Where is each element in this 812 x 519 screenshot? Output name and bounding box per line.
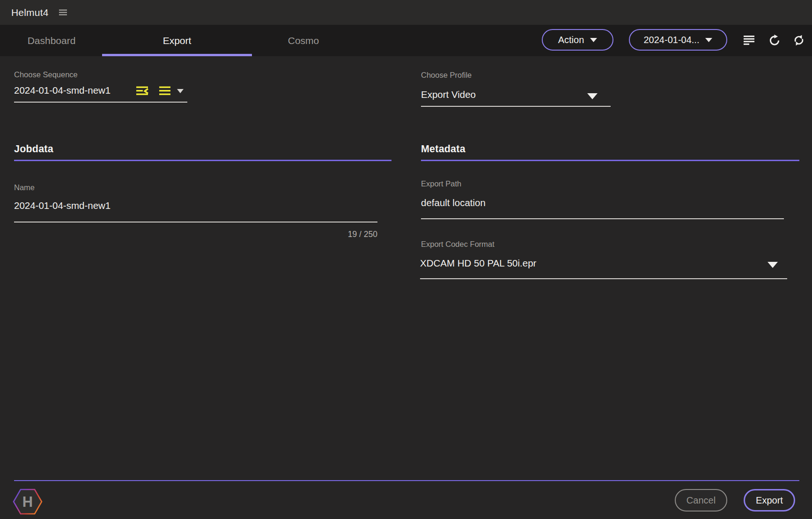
export-path-underline (421, 218, 784, 219)
chevron-down-icon (177, 89, 184, 93)
choose-sequence-select[interactable]: 2024-01-04-smd-new1 (14, 85, 111, 96)
helmut-logo: H (13, 488, 43, 517)
name-label: Name (14, 183, 35, 192)
jobdata-heading: Jobdata (14, 143, 53, 155)
refresh-button[interactable] (767, 31, 782, 49)
export-path-label: Export Path (421, 179, 461, 188)
metadata-rule (421, 160, 799, 161)
project-dropdown-button[interactable]: 2024-01-04... (629, 29, 727, 51)
export-codec-underline (420, 278, 787, 279)
menu-open-icon (136, 86, 148, 96)
chevron-down-icon (590, 38, 597, 42)
choose-profile-underline (421, 106, 611, 107)
hamburger-icon (59, 9, 67, 15)
tab-export[interactable]: Export (102, 25, 252, 56)
topbar: Helmut4 (0, 0, 812, 25)
choose-sequence-underline (14, 102, 187, 103)
choose-profile-select[interactable]: Export Video (421, 89, 611, 100)
chevron-down-icon (768, 262, 778, 268)
tab-cosmo[interactable]: Cosmo (266, 25, 341, 56)
sequence-caret-button[interactable] (175, 85, 185, 96)
log-list-button[interactable] (741, 31, 757, 49)
export-codec-label: Export Codec Format (421, 240, 495, 249)
menu-icon (159, 86, 170, 96)
chevron-down-icon (587, 93, 598, 99)
sequence-list-button[interactable] (157, 84, 172, 97)
list-icon (744, 35, 755, 45)
tab-dashboard[interactable]: Dashboard (14, 25, 89, 56)
name-char-counter: 19 / 250 (284, 230, 377, 239)
export-button[interactable]: Export (744, 489, 795, 512)
jobdata-rule (14, 160, 391, 161)
export-path-input[interactable] (421, 197, 768, 208)
export-codec-select[interactable]: XDCAM HD 50 PAL 50i.epr (420, 258, 787, 269)
chevron-down-icon (705, 38, 712, 42)
app-title: Helmut4 (11, 7, 49, 18)
choose-profile-value: Export Video (421, 89, 476, 100)
sync-icon (793, 34, 805, 46)
footer-divider (14, 480, 799, 481)
export-codec-value: XDCAM HD 50 PAL 50i.epr (420, 258, 536, 268)
action-dropdown-button[interactable]: Action (542, 29, 613, 51)
logo-letter: H (22, 494, 33, 510)
name-input[interactable] (14, 200, 375, 211)
name-underline (14, 222, 377, 222)
hamburger-menu-button[interactable] (59, 9, 67, 15)
cancel-button[interactable]: Cancel (675, 489, 727, 512)
choose-sequence-label: Choose Sequence (14, 70, 78, 79)
app-window: Helmut4 Dashboard Export Cosmo Action 2 (0, 0, 812, 519)
choose-profile-label: Choose Profile (421, 71, 472, 80)
metadata-heading: Metadata (421, 143, 465, 155)
choose-sequence-value: 2024-01-04-smd-new1 (14, 85, 111, 96)
refresh-icon (768, 34, 781, 46)
sync-button[interactable] (791, 31, 807, 49)
sequence-collapse-button[interactable] (135, 84, 150, 97)
navbar: Dashboard Export Cosmo Action 2024-01-04… (0, 25, 812, 56)
